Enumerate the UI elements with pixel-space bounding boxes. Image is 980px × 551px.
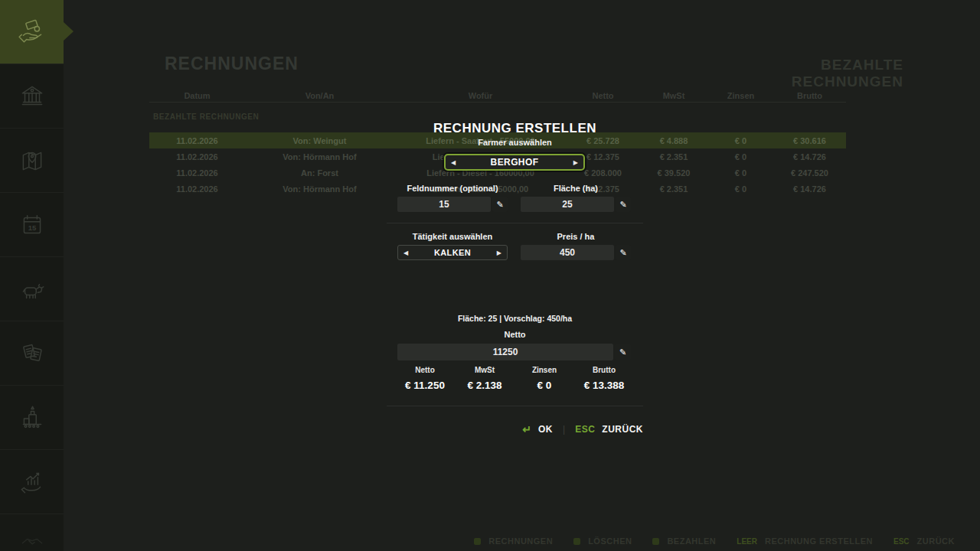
summary-mwst: MwSt € 2.138 — [455, 366, 514, 391]
cell-zinsen: € 0 — [708, 136, 773, 145]
area-label: Fläche (ha) — [521, 184, 631, 193]
area-input[interactable]: 25 — [521, 197, 614, 212]
cell-brutto: € 14.726 — [773, 184, 846, 194]
cow-icon — [18, 275, 47, 304]
summary-zinsen: Zinsen € 0 — [514, 366, 574, 391]
netto-input-label: Netto — [387, 330, 643, 339]
sidebar-item-invoices[interactable] — [0, 321, 64, 386]
page-title: RECHNUNGEN — [165, 54, 299, 74]
cell-von-an: Von: Hörmann Hof — [245, 152, 394, 161]
summary-value: € 11.250 — [395, 380, 455, 391]
enter-key-icon: ↵ — [522, 423, 531, 435]
summary-label: Brutto — [574, 366, 634, 374]
dialog-title: RECHNUNG ERSTELLEN — [387, 121, 643, 136]
summary-brutto: Brutto € 13.388 — [574, 366, 634, 391]
summary-label: MwSt — [455, 366, 514, 374]
cell-zinsen: € 0 — [708, 184, 773, 194]
hotkey-zurueck[interactable]: ESC ZURÜCK — [893, 536, 955, 546]
hotkey-bezahlen[interactable]: BEZAHLEN — [652, 536, 716, 546]
cell-zinsen: € 0 — [708, 168, 773, 178]
col-zinsen: Zinsen — [708, 91, 773, 100]
field-number-edit-button[interactable]: ✎ — [492, 197, 508, 212]
cell-mwst: € 2.351 — [639, 184, 708, 194]
handshake-icon — [18, 532, 47, 551]
sidebar-item-calendar[interactable]: 15 — [0, 193, 64, 257]
sidebar-item-bank[interactable] — [0, 64, 64, 129]
arrow-left-icon[interactable]: ◀ — [446, 159, 461, 166]
arrow-left-icon[interactable]: ◀ — [398, 249, 413, 256]
cell-brutto: € 14.726 — [773, 152, 846, 161]
calendar-day-glyph: 15 — [28, 223, 36, 231]
cell-datum: 11.02.2026 — [149, 184, 245, 194]
cell-datum: 11.02.2026 — [149, 136, 245, 145]
summary-value: € 0 — [514, 380, 574, 391]
suggestion-text: Fläche: 25 | Vorschlag: 450/ha — [387, 314, 643, 323]
ok-button[interactable]: ↵ OK — [522, 423, 553, 435]
space-key-hint: LEER — [737, 537, 757, 546]
cell-von-an: Von: Hörmann Hof — [245, 184, 394, 194]
hotkey-label: RECHNUNG ERSTELLEN — [765, 536, 873, 546]
pencil-icon: ✎ — [619, 347, 626, 357]
price-edit-button[interactable]: ✎ — [616, 245, 631, 260]
hotkey-rechnungen[interactable]: RECHNUNGEN — [474, 536, 553, 546]
arrow-right-icon[interactable]: ▶ — [568, 159, 583, 166]
key-icon — [573, 538, 580, 545]
farmer-selector[interactable]: ◀ BERGHOF ▶ — [444, 154, 585, 171]
pencil-icon: ✎ — [496, 200, 503, 210]
stats-hand-icon — [18, 468, 47, 497]
cell-datum: 11.02.2026 — [149, 168, 245, 178]
activity-selector[interactable]: ◀ KALKEN ▶ — [397, 245, 508, 260]
summary-netto: Netto € 11.250 — [395, 366, 455, 391]
col-wofuer: Wofür — [394, 91, 567, 100]
field-number-input[interactable]: 15 — [397, 197, 491, 212]
cell-datum: 11.02.2026 — [149, 152, 245, 161]
area-edit-button[interactable]: ✎ — [616, 197, 631, 212]
netto-edit-button[interactable]: ✎ — [615, 344, 631, 360]
cell-brutto: € 247.520 — [773, 168, 846, 178]
key-icon — [652, 538, 659, 545]
col-von-an: Von/An — [245, 91, 394, 100]
activity-selector-value: KALKEN — [413, 248, 492, 257]
field-number-value: 15 — [439, 199, 449, 210]
price-value: 450 — [560, 247, 575, 258]
hotkey-rechnung-erstellen[interactable]: LEER RECHNUNG ERSTELLEN — [737, 536, 873, 546]
arrow-right-icon[interactable]: ▶ — [492, 249, 507, 256]
netto-input[interactable]: 11250 — [397, 344, 613, 360]
table-header: Datum Von/An Wofür Netto MwSt Zinsen Bru… — [149, 90, 846, 101]
hotkey-label: LÖSCHEN — [588, 536, 632, 546]
dialog-divider — [387, 223, 643, 223]
documents-icon — [18, 339, 47, 368]
button-divider: | — [563, 424, 565, 435]
game-screen: 15 — [0, 0, 980, 551]
farmer-select-label: Farmer auswählen — [387, 138, 643, 147]
col-datum: Datum — [149, 91, 245, 100]
section-label: BEZAHLTE RECHNUNGEN — [153, 112, 259, 121]
production-icon — [18, 403, 47, 432]
sidebar-item-animals[interactable] — [0, 257, 64, 321]
pencil-icon: ✎ — [619, 248, 626, 258]
sidebar-item-finances[interactable] — [0, 0, 64, 64]
summary-label: Zinsen — [514, 366, 574, 374]
summary-value: € 13.388 — [574, 380, 634, 391]
sidebar-item-statistics[interactable] — [0, 450, 64, 514]
sidebar-item-production[interactable] — [0, 386, 64, 450]
area-value: 25 — [562, 199, 572, 210]
sidebar-item-map[interactable] — [0, 129, 64, 193]
table-header-divider — [149, 102, 846, 103]
back-button[interactable]: ESC ZURÜCK — [575, 424, 643, 435]
activity-select-label: Tätigkeit auswählen — [397, 232, 508, 241]
esc-key-hint: ESC — [893, 537, 910, 546]
sidebar: 15 — [0, 0, 64, 551]
cell-mwst: € 4.888 — [639, 136, 708, 145]
hotkey-loeschen[interactable]: LÖSCHEN — [573, 536, 632, 546]
price-label: Preis / ha — [521, 232, 631, 241]
map-pin-icon — [18, 146, 47, 175]
hotkey-label: RECHNUNGEN — [488, 536, 553, 546]
col-brutto: Brutto — [773, 91, 846, 100]
col-netto: Netto — [567, 91, 639, 100]
page-subtitle-right: BEZAHLTE RECHNUNGEN — [712, 57, 903, 90]
hotkey-label: ZURÜCK — [917, 536, 955, 546]
price-input[interactable]: 450 — [521, 245, 614, 260]
sidebar-item-contracts[interactable] — [0, 514, 64, 551]
dialog-divider — [387, 406, 643, 406]
